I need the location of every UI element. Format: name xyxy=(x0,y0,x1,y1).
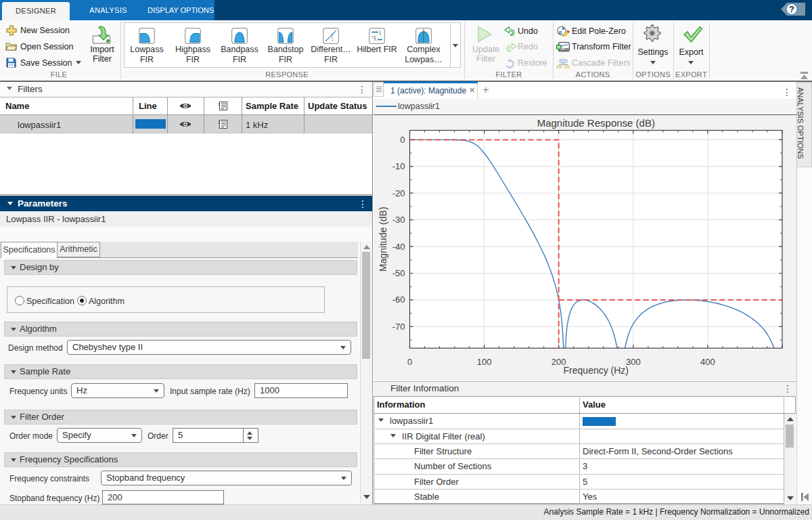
svg-text:-20: -20 xyxy=(392,188,405,198)
svg-text:0: 0 xyxy=(407,357,412,367)
svg-text:-10: -10 xyxy=(392,161,405,171)
svg-text:0: 0 xyxy=(400,135,405,145)
svg-text:-j: -j xyxy=(373,35,376,41)
svg-text:-60: -60 xyxy=(392,295,405,305)
svg-text:Frequency (Hz): Frequency (Hz) xyxy=(564,365,629,376)
svg-text:-50: -50 xyxy=(392,268,405,278)
svg-text:?: ? xyxy=(789,4,794,14)
svg-text:-70: -70 xyxy=(392,322,405,332)
svg-text:-40: -40 xyxy=(392,242,405,252)
svg-text:-30: -30 xyxy=(392,215,405,225)
svg-text:j: j xyxy=(379,29,381,35)
svg-text:400: 400 xyxy=(700,357,715,367)
svg-text:100: 100 xyxy=(477,357,492,367)
svg-text:Magnitude (dB): Magnitude (dB) xyxy=(378,207,389,272)
svg-text:Magnitude Response (dB): Magnitude Response (dB) xyxy=(537,117,655,129)
